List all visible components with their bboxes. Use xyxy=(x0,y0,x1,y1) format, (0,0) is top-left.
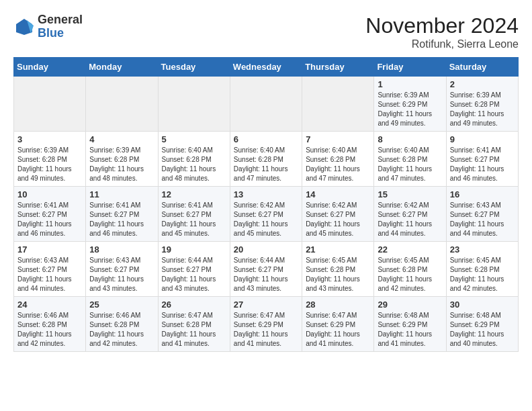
day-info: Sunrise: 6:44 AM Sunset: 6:27 PM Dayligh… xyxy=(162,256,226,293)
day-number: 20 xyxy=(234,244,298,255)
day-header-tuesday: Tuesday xyxy=(158,58,230,77)
day-number: 4 xyxy=(89,134,154,144)
day-info: Sunrise: 6:40 AM Sunset: 6:28 PM Dayligh… xyxy=(162,146,226,183)
day-number: 16 xyxy=(450,189,515,199)
day-number: 21 xyxy=(306,244,370,255)
calendar-header-row: SundayMondayTuesdayWednesdayThursdayFrid… xyxy=(14,58,519,77)
calendar-cell: 30Sunrise: 6:48 AM Sunset: 6:29 PM Dayli… xyxy=(446,297,518,352)
calendar-week-row: 10Sunrise: 6:41 AM Sunset: 6:27 PM Dayli… xyxy=(14,187,519,242)
calendar-cell xyxy=(158,77,230,132)
calendar-cell: 16Sunrise: 6:43 AM Sunset: 6:27 PM Dayli… xyxy=(446,187,518,242)
logo-blue-text: Blue xyxy=(38,27,83,40)
day-header-sunday: Sunday xyxy=(14,58,86,77)
day-info: Sunrise: 6:39 AM Sunset: 6:28 PM Dayligh… xyxy=(450,91,515,128)
day-number: 6 xyxy=(234,134,298,144)
day-header-friday: Friday xyxy=(374,58,446,77)
day-info: Sunrise: 6:45 AM Sunset: 6:28 PM Dayligh… xyxy=(378,256,442,293)
calendar-cell: 6Sunrise: 6:40 AM Sunset: 6:28 PM Daylig… xyxy=(230,132,302,187)
day-number: 14 xyxy=(306,189,370,199)
day-number: 22 xyxy=(378,244,442,255)
calendar-cell: 22Sunrise: 6:45 AM Sunset: 6:28 PM Dayli… xyxy=(374,242,446,297)
calendar-cell xyxy=(230,77,302,132)
calendar-cell: 17Sunrise: 6:43 AM Sunset: 6:27 PM Dayli… xyxy=(14,242,86,297)
day-number: 23 xyxy=(450,244,515,255)
day-info: Sunrise: 6:42 AM Sunset: 6:27 PM Dayligh… xyxy=(378,201,442,238)
day-info: Sunrise: 6:41 AM Sunset: 6:27 PM Dayligh… xyxy=(17,201,82,238)
day-info: Sunrise: 6:44 AM Sunset: 6:27 PM Dayligh… xyxy=(234,256,298,293)
calendar-week-row: 3Sunrise: 6:39 AM Sunset: 6:28 PM Daylig… xyxy=(14,132,519,187)
logo-icon xyxy=(13,16,35,38)
calendar-cell: 29Sunrise: 6:48 AM Sunset: 6:29 PM Dayli… xyxy=(374,297,446,352)
calendar-week-row: 17Sunrise: 6:43 AM Sunset: 6:27 PM Dayli… xyxy=(14,242,519,297)
calendar-cell: 12Sunrise: 6:41 AM Sunset: 6:27 PM Dayli… xyxy=(158,187,230,242)
month-title: November 2024 xyxy=(365,13,519,38)
day-info: Sunrise: 6:47 AM Sunset: 6:29 PM Dayligh… xyxy=(306,311,370,349)
day-info: Sunrise: 6:40 AM Sunset: 6:28 PM Dayligh… xyxy=(306,146,370,183)
day-number: 15 xyxy=(378,189,442,199)
calendar-cell: 21Sunrise: 6:45 AM Sunset: 6:28 PM Dayli… xyxy=(302,242,374,297)
day-number: 17 xyxy=(17,244,82,255)
day-header-wednesday: Wednesday xyxy=(230,58,302,77)
day-number: 13 xyxy=(234,189,298,199)
day-number: 18 xyxy=(89,244,154,255)
day-number: 24 xyxy=(17,300,82,310)
calendar-cell xyxy=(86,77,158,132)
calendar-cell: 25Sunrise: 6:46 AM Sunset: 6:28 PM Dayli… xyxy=(86,297,158,352)
day-info: Sunrise: 6:43 AM Sunset: 6:27 PM Dayligh… xyxy=(17,256,82,293)
day-number: 1 xyxy=(378,79,442,89)
day-info: Sunrise: 6:48 AM Sunset: 6:29 PM Dayligh… xyxy=(450,311,515,349)
day-number: 2 xyxy=(450,79,515,89)
calendar-cell: 7Sunrise: 6:40 AM Sunset: 6:28 PM Daylig… xyxy=(302,132,374,187)
calendar-cell: 8Sunrise: 6:40 AM Sunset: 6:28 PM Daylig… xyxy=(374,132,446,187)
day-number: 30 xyxy=(450,300,515,310)
calendar-cell: 23Sunrise: 6:45 AM Sunset: 6:28 PM Dayli… xyxy=(446,242,518,297)
calendar-cell: 1Sunrise: 6:39 AM Sunset: 6:29 PM Daylig… xyxy=(374,77,446,132)
page-header: General Blue November 2024 Rotifunk, Sie… xyxy=(13,13,519,50)
day-info: Sunrise: 6:41 AM Sunset: 6:27 PM Dayligh… xyxy=(450,146,515,183)
day-header-thursday: Thursday xyxy=(302,58,374,77)
day-info: Sunrise: 6:47 AM Sunset: 6:29 PM Dayligh… xyxy=(234,311,298,349)
day-number: 19 xyxy=(162,244,226,255)
calendar-cell: 5Sunrise: 6:40 AM Sunset: 6:28 PM Daylig… xyxy=(158,132,230,187)
calendar-cell: 24Sunrise: 6:46 AM Sunset: 6:28 PM Dayli… xyxy=(14,297,86,352)
calendar-cell: 11Sunrise: 6:41 AM Sunset: 6:27 PM Dayli… xyxy=(86,187,158,242)
day-number: 26 xyxy=(162,300,226,310)
calendar-cell: 19Sunrise: 6:44 AM Sunset: 6:27 PM Dayli… xyxy=(158,242,230,297)
day-header-saturday: Saturday xyxy=(446,58,518,77)
calendar-cell: 18Sunrise: 6:43 AM Sunset: 6:27 PM Dayli… xyxy=(86,242,158,297)
calendar-cell: 15Sunrise: 6:42 AM Sunset: 6:27 PM Dayli… xyxy=(374,187,446,242)
day-info: Sunrise: 6:43 AM Sunset: 6:27 PM Dayligh… xyxy=(89,256,154,293)
calendar-cell: 27Sunrise: 6:47 AM Sunset: 6:29 PM Dayli… xyxy=(230,297,302,352)
calendar-cell: 10Sunrise: 6:41 AM Sunset: 6:27 PM Dayli… xyxy=(14,187,86,242)
day-header-monday: Monday xyxy=(86,58,158,77)
calendar-cell: 20Sunrise: 6:44 AM Sunset: 6:27 PM Dayli… xyxy=(230,242,302,297)
day-number: 11 xyxy=(89,189,154,199)
calendar-cell: 26Sunrise: 6:47 AM Sunset: 6:28 PM Dayli… xyxy=(158,297,230,352)
calendar-week-row: 1Sunrise: 6:39 AM Sunset: 6:29 PM Daylig… xyxy=(14,77,519,132)
day-info: Sunrise: 6:46 AM Sunset: 6:28 PM Dayligh… xyxy=(89,311,154,349)
day-info: Sunrise: 6:48 AM Sunset: 6:29 PM Dayligh… xyxy=(378,311,442,349)
day-info: Sunrise: 6:41 AM Sunset: 6:27 PM Dayligh… xyxy=(162,201,226,238)
day-info: Sunrise: 6:42 AM Sunset: 6:27 PM Dayligh… xyxy=(234,201,298,238)
day-info: Sunrise: 6:41 AM Sunset: 6:27 PM Dayligh… xyxy=(89,201,154,238)
day-info: Sunrise: 6:43 AM Sunset: 6:27 PM Dayligh… xyxy=(450,201,515,238)
day-info: Sunrise: 6:45 AM Sunset: 6:28 PM Dayligh… xyxy=(306,256,370,293)
day-number: 25 xyxy=(89,300,154,310)
logo: General Blue xyxy=(13,13,83,40)
calendar-cell: 14Sunrise: 6:42 AM Sunset: 6:27 PM Dayli… xyxy=(302,187,374,242)
day-number: 9 xyxy=(450,134,515,144)
day-number: 7 xyxy=(306,134,370,144)
day-number: 3 xyxy=(17,134,82,144)
calendar-week-row: 24Sunrise: 6:46 AM Sunset: 6:28 PM Dayli… xyxy=(14,297,519,352)
calendar-table: SundayMondayTuesdayWednesdayThursdayFrid… xyxy=(13,57,519,352)
calendar-cell: 9Sunrise: 6:41 AM Sunset: 6:27 PM Daylig… xyxy=(446,132,518,187)
day-number: 10 xyxy=(17,189,82,199)
day-info: Sunrise: 6:39 AM Sunset: 6:28 PM Dayligh… xyxy=(89,146,154,183)
day-number: 12 xyxy=(162,189,226,199)
calendar-cell xyxy=(14,77,86,132)
calendar-cell: 4Sunrise: 6:39 AM Sunset: 6:28 PM Daylig… xyxy=(86,132,158,187)
day-info: Sunrise: 6:42 AM Sunset: 6:27 PM Dayligh… xyxy=(306,201,370,238)
day-number: 27 xyxy=(234,300,298,310)
day-info: Sunrise: 6:46 AM Sunset: 6:28 PM Dayligh… xyxy=(17,311,82,349)
calendar-cell: 13Sunrise: 6:42 AM Sunset: 6:27 PM Dayli… xyxy=(230,187,302,242)
